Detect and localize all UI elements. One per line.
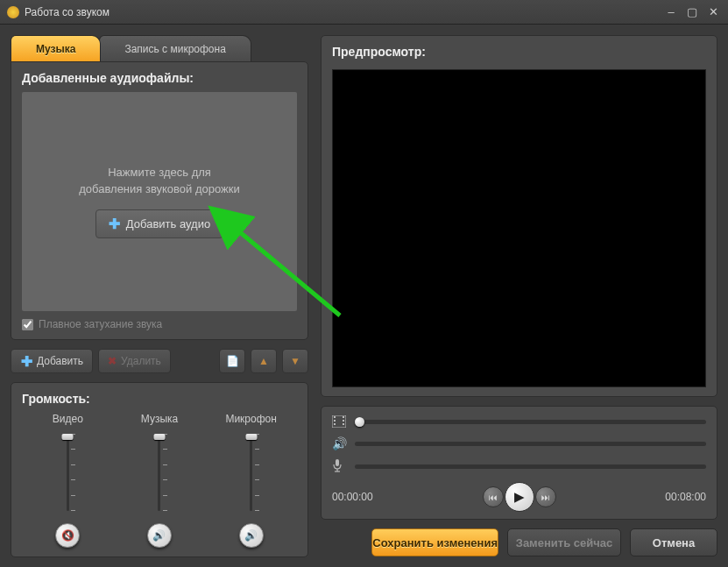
move-up-button[interactable]: ▲ — [251, 349, 277, 373]
minimize-button[interactable]: – — [663, 5, 679, 19]
arrow-up-icon: ▲ — [258, 355, 269, 367]
volume-mic-col: Микрофон 🔊 — [216, 413, 286, 548]
track-video-slider[interactable] — [355, 420, 706, 424]
volume-panel: Громкость: Видео 🔇 Музыка — [11, 382, 308, 557]
volume-mic-slider[interactable] — [237, 434, 265, 513]
replace-button[interactable]: Заменить сейчас — [507, 528, 621, 556]
next-button[interactable]: ⏭ — [535, 486, 556, 507]
fade-checkbox-row[interactable]: Плавное затухание звука — [22, 318, 297, 330]
plus-icon: ✚ — [20, 355, 32, 367]
volume-music-slider[interactable] — [145, 434, 173, 513]
preview-panel: Предпросмотр: — [321, 35, 717, 397]
svg-rect-1 — [334, 416, 336, 418]
volume-video-slider[interactable] — [53, 434, 81, 513]
files-panel: Добавленные аудиофайлы: Нажмите здесь дл… — [11, 61, 308, 340]
add-audio-button[interactable]: ✚ Добавить аудио — [95, 209, 223, 238]
app-icon — [7, 6, 19, 18]
track-video-row — [332, 415, 706, 428]
svg-rect-6 — [343, 423, 344, 425]
move-down-button[interactable]: ▼ — [282, 349, 308, 373]
track-mic-slider[interactable] — [355, 464, 706, 469]
volume-mic-mute[interactable]: 🔊 — [239, 523, 264, 548]
svg-rect-7 — [336, 459, 339, 466]
arrow-down-icon: ▼ — [290, 355, 300, 367]
audio-dropzone[interactable]: Нажмите здесь для добавления звуковой до… — [22, 92, 297, 311]
cancel-button[interactable]: Отмена — [630, 528, 717, 556]
track-audio-slider[interactable] — [355, 442, 706, 446]
volume-mic-label: Микрофон — [225, 413, 276, 425]
volume-music-label: Музыка — [141, 413, 178, 425]
speaker-icon: 🔊 — [332, 436, 346, 450]
close-button[interactable]: ✕ — [705, 5, 721, 19]
speaker-muted-icon: 🔇 — [61, 529, 74, 542]
svg-rect-2 — [334, 420, 336, 422]
titlebar: Работа со звуком – ▢ ✕ — [0, 0, 728, 25]
tabs: Музыка Запись с микрофона — [11, 35, 308, 61]
properties-button[interactable]: 📄 — [219, 349, 245, 373]
time-row: 00:00:00 ⏮ ▶ ⏭ 00:08:00 — [332, 482, 706, 512]
tab-microphone[interactable]: Запись с микрофона — [99, 35, 251, 61]
dropzone-hint: Нажмите здесь для добавления звуковой до… — [79, 165, 240, 196]
track-audio-row: 🔊 — [332, 436, 706, 450]
files-panel-title: Добавленные аудиофайлы: — [22, 71, 297, 85]
preview-title: Предпросмотр: — [332, 45, 706, 59]
svg-rect-4 — [343, 416, 344, 418]
microphone-icon — [332, 459, 346, 473]
prev-button[interactable]: ⏮ — [483, 486, 504, 507]
maximize-button[interactable]: ▢ — [684, 5, 700, 19]
volume-video-label: Видео — [53, 413, 83, 425]
tab-music[interactable]: Музыка — [11, 35, 101, 61]
volume-video-mute[interactable]: 🔇 — [55, 523, 80, 548]
file-buttons-row: ✚ Добавить ✖ Удалить 📄 ▲ ▼ — [11, 349, 308, 373]
add-audio-label: Добавить аудио — [126, 217, 210, 230]
svg-rect-5 — [343, 420, 344, 422]
film-icon — [332, 415, 346, 428]
speaker-icon: 🔊 — [152, 529, 166, 542]
track-mic-row — [332, 459, 706, 473]
add-button[interactable]: ✚ Добавить — [11, 349, 93, 373]
svg-rect-3 — [334, 423, 336, 425]
plus-icon: ✚ — [109, 217, 121, 230]
speaker-icon: 🔊 — [244, 529, 258, 542]
delete-button[interactable]: ✖ Удалить — [98, 349, 171, 373]
save-button[interactable]: Сохранить изменения — [371, 528, 498, 556]
volume-video-col: Видео 🔇 — [32, 413, 102, 548]
preview-screen — [332, 69, 706, 387]
document-icon: 📄 — [226, 355, 239, 367]
fade-label: Плавное затухание звука — [39, 318, 162, 330]
delete-icon: ✖ — [108, 355, 117, 367]
time-start: 00:00:00 — [332, 491, 373, 503]
footer-buttons: Сохранить изменения Заменить сейчас Отме… — [321, 528, 717, 556]
playback-controls: ⏮ ▶ ⏭ — [483, 482, 556, 512]
window-title: Работа со звуком — [25, 6, 658, 18]
time-end: 00:08:00 — [665, 491, 706, 503]
tracks-panel: 🔊 00:00:00 ⏮ ▶ ⏭ 00:08:00 — [321, 406, 717, 520]
volume-music-col: Музыка 🔊 — [124, 413, 194, 548]
play-button[interactable]: ▶ — [505, 482, 534, 512]
volume-music-mute[interactable]: 🔊 — [147, 523, 172, 548]
fade-checkbox[interactable] — [22, 319, 33, 330]
volume-title: Громкость: — [22, 392, 297, 406]
